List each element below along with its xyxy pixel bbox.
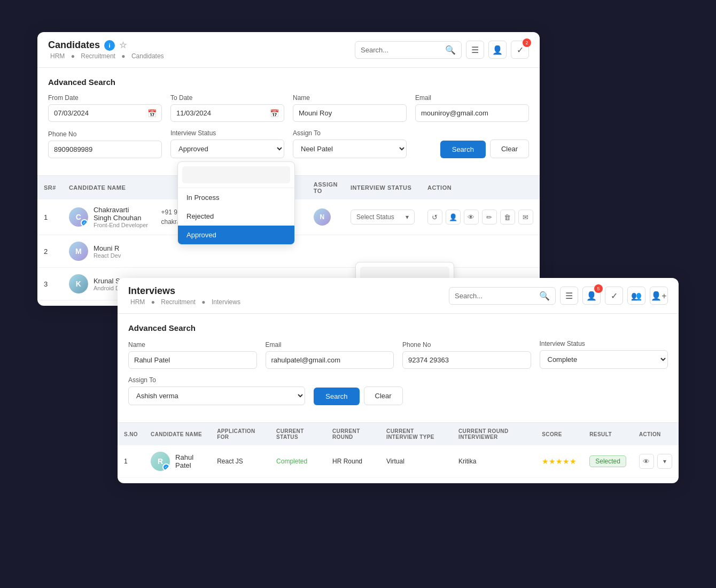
user-icon-button[interactable]: 👤 5 [582,287,601,305]
dropdown-item-rejected[interactable]: Rejected [178,207,294,226]
assign-to-select[interactable]: Neel Patel [293,140,407,158]
cell-sr: 3 [37,268,63,300]
interviews-table: S.NO CANDIDATE NAME APPLICATION FOR CURR… [118,423,679,478]
email-input[interactable] [415,104,529,122]
reassign-button[interactable]: ↺ [427,210,442,225]
view-button[interactable]: 👁 [464,210,479,225]
cell-action: 👁 ▾ [633,445,679,478]
checklist-button[interactable]: ✓ [605,287,623,305]
int-email-input[interactable] [266,351,394,369]
search-actions: Search Clear [415,140,529,158]
candidate-role: Android D [94,285,120,291]
add-user-button[interactable]: 👤+ [650,287,668,305]
dropdown-item-inprocess[interactable]: In Process [178,188,294,207]
interviews-title-area: Interviews HRM ● Recruitment ● Interview… [128,285,243,306]
candidate-name: Rahul Patel [175,453,204,469]
int-phone-input[interactable] [402,351,531,369]
checklist-button[interactable]: ✓ 2 [511,41,529,59]
interview-status-select[interactable]: Approved [170,140,284,158]
search-icon: 🔍 [539,291,550,301]
edit-button[interactable]: ✏ [482,210,497,225]
cell-score: ★★★★★ [535,445,583,478]
expand-button[interactable]: ▾ [657,454,672,469]
int-email-group: Email [266,341,394,369]
breadcrumb: HRM ● Recruitment ● Candidates [48,52,166,60]
phone-input[interactable] [48,141,162,158]
cell-assign [307,235,344,268]
interviews-clear-button[interactable]: Clear [364,386,403,405]
int-interview-status-group: Interview Status Complete [540,340,668,369]
cell-candidate: M Mouni R React Dev [63,235,155,268]
assign-avatar: N [314,208,331,226]
email-button[interactable]: ✉ [518,210,533,225]
candidates-clear-button[interactable]: Clear [490,140,529,158]
assign-to-label: Assign To [293,129,407,137]
from-date-input[interactable] [48,104,162,122]
cell-assign: N [307,199,344,235]
interview-status-group: Interview Status Approved [170,129,284,158]
col-interview-status: INTERVIEW STATUS [344,176,421,199]
avatar: M [69,242,88,261]
int-adv-search-heading: Advanced Search [128,323,668,332]
avatar-badge: ✓ [81,219,88,227]
cell-action: ↺ 👤 👁 ✏ 🗑 ✉ [421,199,540,235]
col-result: RESULT [583,423,633,445]
interviews-search-input[interactable] [455,292,536,300]
candidates-search-button[interactable]: Search [440,141,486,158]
avatar: K [69,274,88,293]
chevron-down-icon: ▾ [406,213,409,221]
to-date-input[interactable] [170,104,284,122]
col-interviewer: CURRENT ROUND INTERVIEWER [452,423,535,445]
int-assign-to-select[interactable]: Ashish verma [128,386,305,405]
int-assign-to-label: Assign To [128,376,305,384]
from-date-label: From Date [48,94,162,102]
cell-result: Selected [583,445,633,478]
interviews-search-box[interactable]: 🔍 [449,287,556,305]
candidates-status-dropdown: In Process Rejected Approved [177,161,295,245]
dropdown-search-area [178,162,294,188]
filter-button[interactable]: ☰ [560,287,578,305]
result-badge: Selected [589,455,626,467]
delete-button[interactable]: 🗑 [500,210,515,225]
from-date-group: From Date 📅 [48,94,162,122]
table-row: 1 R ✓ Rahul Patel [118,445,679,478]
dropdown-search-input[interactable] [182,166,290,183]
action-icons: ↺ 👤 👁 ✏ 🗑 ✉ [427,210,533,225]
interviews-title: Interviews [128,285,243,297]
filter-button[interactable]: ☰ [466,41,484,59]
interviews-table-area: S.NO CANDIDATE NAME APPLICATION FOR CURR… [118,423,679,483]
candidate-role: Front-End Developer [94,222,149,228]
int-email-label: Email [266,341,394,349]
cell-interview-status: Select Status ▾ [344,199,421,235]
candidate-name: Mouni R [94,244,121,252]
int-interview-status-select[interactable]: Complete [540,350,668,369]
avatar: R ✓ [151,452,170,471]
assign-user-button[interactable]: 👤 [446,210,461,225]
phone-group: Phone No [48,130,162,158]
assign-to-group: Assign To Neel Patel [293,129,407,158]
global-search-box[interactable]: 🔍 [355,41,462,59]
dropdown-item-approved[interactable]: Approved [178,226,294,244]
candidate-name: Chakravarti Singh Chouhan [94,206,149,222]
col-score: SCORE [535,423,583,445]
cell-sr: 1 [37,199,63,235]
select-status-dropdown[interactable]: Select Status ▾ [351,210,415,225]
favorite-icon[interactable]: ☆ [119,40,127,50]
interviews-header-actions: 🔍 ☰ 👤 5 ✓ 👥 👤+ [449,287,668,305]
interview-status-label: Interview Status [170,129,284,137]
view-button[interactable]: 👁 [639,454,654,469]
col-sr: SR# [37,176,63,199]
global-search-input[interactable] [361,46,442,54]
email-label: Email [415,94,529,102]
users-button[interactable]: 👥 [627,287,645,305]
int-phone-group: Phone No [402,341,531,369]
int-form-row-1: Name Email Phone No Interview Status Com… [128,340,668,369]
user-icon-button[interactable]: 👤 [488,41,507,59]
name-input[interactable] [293,104,407,122]
cell-interview-type: Virtual [380,445,452,478]
cell-candidate: C ✓ Chakravarti Singh Chouhan Front-End … [63,199,155,235]
star-rating: ★★★★★ [542,457,577,466]
int-name-input[interactable] [128,351,257,369]
interviews-search-button[interactable]: Search [314,388,359,405]
cell-interviewer: Kritika [452,445,535,478]
